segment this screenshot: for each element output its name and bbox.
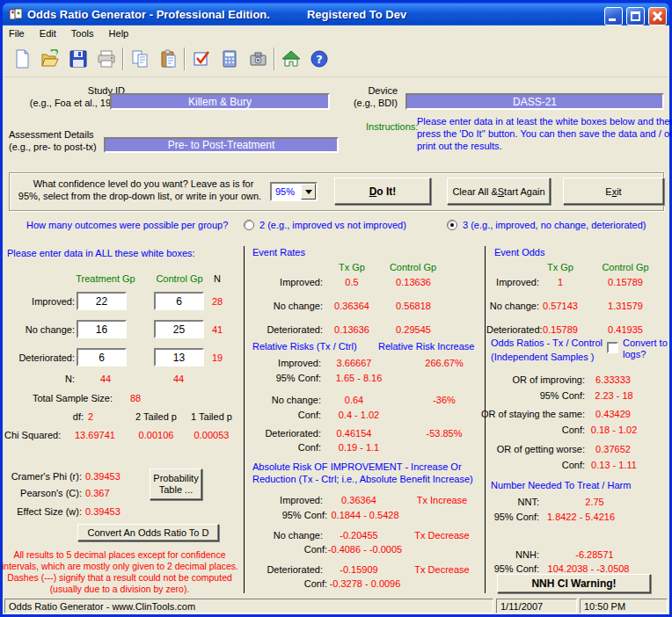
event-rates-deteriorated-tx: 0.13636 (325, 324, 378, 335)
rr-conf-label: 95% Conf: (246, 373, 321, 383)
menu-tools[interactable]: Tools (65, 25, 100, 39)
cramers-phi-value: 0.39453 (85, 471, 121, 482)
rr-row-label: Improved: (246, 358, 321, 368)
nnt-title: Number Needed To Treat / Harm (491, 480, 631, 490)
entry-deteriorated-tx[interactable] (77, 348, 127, 367)
event-rates-nochange-ctrl: 0.56818 (387, 301, 440, 311)
event-rates-improved-ctrl: 0.13636 (387, 277, 440, 287)
calculator-icon[interactable] (217, 47, 242, 71)
total-sample-label: Total Sample Size: (0, 393, 113, 403)
effect-size-label: Effect Size (w): (0, 506, 82, 517)
ar-improved-direction: Tx Increase (413, 495, 471, 505)
app-icon (9, 7, 23, 21)
event-odds-deteriorated-ctrl: 0.41935 (601, 324, 650, 335)
footnote-line4: (usually due to a division by zero). (2, 584, 237, 594)
study-id-field[interactable] (110, 93, 330, 110)
or-worse-value: 0.37652 (588, 444, 639, 454)
column-divider (244, 246, 245, 593)
absolute-risk-title-line1: Absolute Risk OF IMPROVEMENT - Increase … (252, 461, 462, 472)
event-rates-deteriorated-ctrl: 0.29545 (387, 324, 440, 335)
confidence-input[interactable] (273, 185, 301, 199)
open-icon[interactable] (38, 47, 62, 71)
entry-nochange-ctrl[interactable] (154, 320, 204, 338)
save-icon[interactable] (66, 47, 91, 71)
paste-icon[interactable] (156, 47, 180, 71)
rr-conf-label: Conf: (246, 442, 321, 453)
clear-all-button[interactable]: Clear All & Start Again (447, 178, 551, 205)
entry-improved-n: 28 (204, 296, 230, 307)
instructions-line3: print out the results. (417, 141, 502, 151)
minimize-icon[interactable] (604, 7, 623, 25)
confidence-combobox[interactable] (270, 182, 318, 201)
ar-conf-label: Conf: (246, 544, 327, 555)
radio-3-outcomes-label[interactable]: 3 (e.g., improved, no change, deteriorat… (463, 220, 646, 230)
convert-to-logs-checkbox[interactable] (607, 342, 618, 353)
home-icon[interactable] (279, 47, 303, 71)
relative-risks-title: Relative Risks (Tx / Ctrl) (252, 341, 357, 352)
ar-row-label: Improved: (246, 495, 323, 505)
convert-or-to-d-button[interactable]: Convert An Odds Ratio To D (77, 524, 219, 541)
menu-file[interactable]: File (3, 25, 31, 39)
exit-button[interactable]: Exit (563, 178, 664, 205)
convert-to-logs-label[interactable]: Convert to logs? (623, 338, 668, 360)
rr-nochange-conf: 0.4 - 1.02 (324, 410, 394, 420)
entry-n-label: N: (4, 374, 75, 384)
close-icon[interactable] (648, 7, 667, 25)
entry-improved-tx[interactable] (77, 292, 127, 310)
assessment-hint: (e.g., pre- to post-tx) (9, 142, 107, 152)
menu-help[interactable]: Help (103, 25, 135, 39)
probability-table-button[interactable]: ProbabilityTable ... (150, 468, 202, 500)
copy-icon[interactable] (128, 47, 152, 71)
event-rates-improved-tx: 0.5 (325, 277, 378, 287)
chevron-down-icon[interactable] (301, 184, 316, 200)
device-field[interactable] (405, 93, 664, 110)
or-conf-label: 95% Conf: (466, 390, 585, 401)
entry-deteriorated-ctrl[interactable] (154, 348, 204, 367)
menu-edit[interactable]: Edit (33, 25, 62, 39)
footnote-line2: intervals, which are mostly only given t… (2, 561, 237, 571)
radio-3-outcomes[interactable] (447, 220, 457, 230)
df-label: df: (35, 411, 84, 422)
entry-deteriorated-n: 19 (204, 352, 230, 363)
ar-nochange-conf: -0.4086 - -0.0005 (325, 544, 405, 555)
nnh-ci-warning-button[interactable]: NNH CI Warning! (497, 574, 651, 593)
entry-col-treatment: Treatment Gp (70, 273, 141, 284)
nnh-value: -6.28571 (568, 549, 621, 560)
rr-deteriorated-conf: 0.19 - 1.1 (324, 442, 394, 453)
event-rates-row-label: Deteriorated: (246, 324, 323, 335)
camera-icon[interactable] (245, 47, 270, 71)
or-row-label: OR of staying the same: (466, 409, 585, 419)
entry-nochange-tx[interactable] (77, 320, 127, 338)
do-it-button[interactable]: Do It! (334, 178, 431, 205)
event-odds-row-label: No change: (486, 301, 539, 311)
assessment-label: Assessment Details (9, 129, 104, 140)
outcomes-question: How many outcomes were possible per grou… (26, 220, 228, 230)
total-sample-value: 88 (130, 393, 141, 403)
toolbar: ? (3, 42, 669, 77)
maximize-icon[interactable] (626, 7, 645, 25)
validate-icon[interactable] (189, 47, 214, 71)
menu-bar: File Edit Tools Help (3, 25, 669, 42)
or-worse-conf: 0.13 - 1.11 (583, 460, 645, 470)
df-value: 2 (88, 411, 93, 422)
print-icon[interactable] (94, 47, 119, 71)
status-bar: Odds Ratio Generator - www.ClinTools.com… (3, 597, 669, 614)
app-window: Odds Ratio Generator - Professional Edit… (0, 0, 672, 617)
event-rates-row-label: Improved: (246, 277, 323, 287)
ar-deteriorated-conf: -0.3278 - 0.0096 (325, 578, 405, 589)
assessment-field[interactable] (104, 137, 339, 153)
new-document-icon[interactable] (10, 47, 34, 71)
instructions-line1: Please enter data in at least the white … (417, 116, 672, 127)
event-odds-title: Event Odds (494, 247, 544, 258)
chi-squared-value: 13.69741 (75, 430, 115, 440)
pearsons-c-value: 0.367 (85, 488, 110, 498)
rr-improved-value: 3.66667 (330, 358, 378, 368)
radio-2-outcomes[interactable] (244, 220, 254, 230)
rr-conf-label: Conf: (246, 410, 321, 420)
help-icon[interactable]: ? (307, 47, 332, 71)
event-odds-improved-tx: 1 (535, 277, 586, 287)
radio-2-outcomes-label[interactable]: 2 (e.g., improved vs not improved) (259, 220, 406, 230)
entry-improved-ctrl[interactable] (154, 292, 204, 310)
or-row-label: OR of getting worse: (466, 444, 585, 454)
event-odds-row-label: Improved: (486, 277, 539, 287)
